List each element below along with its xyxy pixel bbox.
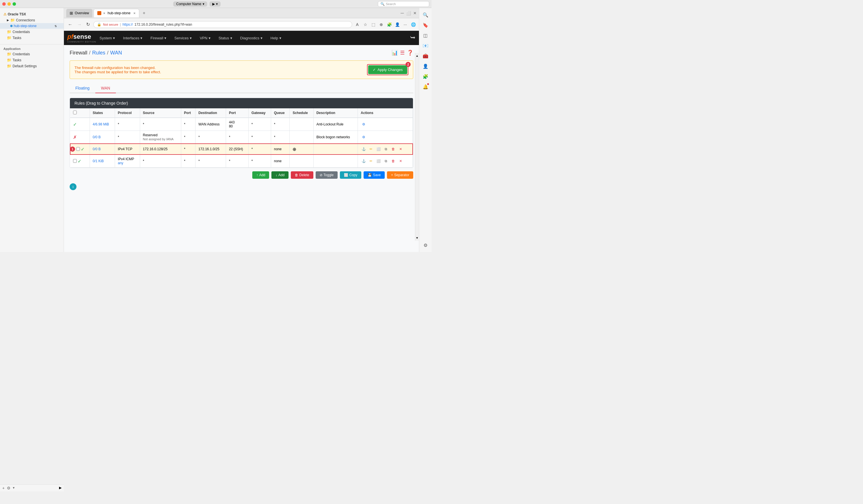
sidebar-item-connections[interactable]: ▶ 📁 Connections	[0, 17, 64, 23]
sidebar-item-tasks[interactable]: 📁 Tasks	[0, 35, 64, 41]
close-button[interactable]	[2, 2, 6, 6]
tab-hub-step-stone[interactable]: ✕ hub-step-stone ✕	[93, 9, 139, 17]
nav-logout[interactable]: ⮩	[410, 35, 415, 41]
row3-checkbox[interactable]	[76, 147, 80, 151]
save-button[interactable]: 💾 Save	[364, 171, 385, 179]
more-options-icon[interactable]: ···	[402, 22, 408, 27]
edge-outlook-icon[interactable]: 📧	[421, 41, 430, 50]
row4-checkbox[interactable]	[73, 159, 77, 163]
computer-name-selector[interactable]: Computer Name ▾	[173, 1, 207, 7]
separator-button[interactable]: + Separator	[387, 171, 413, 179]
new-tab-button[interactable]: +	[140, 10, 148, 16]
row4-delete-icon[interactable]: 🗑	[390, 158, 396, 164]
sidebar-item-hub-step-stone[interactable]: hub-step-stone ⇅	[0, 23, 64, 29]
add-bottom-button[interactable]: ↓ Add	[271, 171, 288, 179]
nav-vpn[interactable]: VPN ▾	[196, 34, 214, 42]
nav-services[interactable]: Services ▾	[171, 34, 195, 42]
row3-close-icon[interactable]: ✕	[398, 146, 403, 152]
edge-person-icon[interactable]: 👤	[421, 62, 430, 71]
global-search[interactable]: 🔍 Search	[378, 1, 429, 7]
split-screen-icon[interactable]: ⬚	[371, 22, 376, 27]
toggle-button[interactable]: ⊘ Toggle	[316, 171, 338, 179]
oracle-tsx-header[interactable]: ⚠ Oracle TSX	[0, 11, 64, 17]
back-button[interactable]: ←	[67, 21, 74, 28]
play-controls[interactable]: ▶ ▾	[210, 1, 221, 7]
row4-copy-icon[interactable]: ⬜	[376, 158, 381, 164]
add-top-button[interactable]: ↑ Add	[252, 171, 269, 179]
sidebar-item-credentials[interactable]: 📁 Credentials	[0, 29, 64, 35]
select-all-checkbox[interactable]	[73, 111, 77, 114]
browser-tab-bar: ⊞ Overview ✕ hub-step-stone ✕ + ─ ⬜ ✕	[64, 8, 419, 18]
nav-firewall[interactable]: Firewall ▾	[147, 34, 170, 42]
bookmark-icon[interactable]: ☆	[362, 22, 368, 27]
favorites-icon[interactable]: ⊕	[378, 22, 384, 27]
tab-overview[interactable]: ⊞ Overview	[66, 9, 92, 17]
minimize-button[interactable]	[8, 2, 11, 6]
edge-notifications-icon[interactable]: 🔔	[421, 82, 430, 91]
sidebar-item-app-credentials[interactable]: 📁 Credentials	[0, 51, 64, 57]
maximize-win-icon[interactable]: ⬜	[406, 11, 411, 15]
hub-tab-close-icon[interactable]: ✕	[103, 12, 105, 15]
toggle-icon: ⊘	[320, 173, 323, 177]
breadcrumb-rules[interactable]: Rules	[92, 50, 105, 56]
nav-diagnostics[interactable]: Diagnostics ▾	[237, 34, 266, 42]
scroll-up-icon[interactable]: ▲	[415, 53, 420, 59]
edge-favorites-icon[interactable]: 🔖	[421, 21, 430, 30]
row1-settings-icon[interactable]: ⚙	[361, 121, 366, 127]
row2-port-dst: *	[226, 131, 249, 144]
list-icon[interactable]: ☰	[400, 50, 405, 56]
minimize-win-icon[interactable]: ─	[401, 11, 404, 16]
row3-states-link[interactable]: 0/0 B	[93, 147, 101, 151]
breadcrumb-actions: 📊 ☰ ❓	[391, 50, 413, 56]
nav-system[interactable]: System ▾	[96, 34, 118, 42]
refresh-button[interactable]: ↻	[85, 21, 91, 28]
row3-clone-icon[interactable]: ⧉	[383, 146, 389, 152]
edge-collections-icon[interactable]: ◫	[421, 31, 430, 40]
row2-states-link[interactable]: 0/0 B	[93, 135, 101, 139]
row4-anchor-icon[interactable]: ⚓	[361, 158, 366, 164]
edge-extensions-icon[interactable]: 🧩	[421, 72, 430, 81]
apply-changes-button[interactable]: ✓ Apply Changes	[368, 65, 407, 74]
row4-any-link[interactable]: any	[118, 161, 123, 165]
font-size-icon[interactable]: A	[354, 22, 360, 27]
copy-button[interactable]: ⬜ Copy	[340, 171, 361, 179]
tab-wan[interactable]: WAN	[95, 83, 116, 93]
nav-help[interactable]: Help ▾	[267, 34, 285, 42]
edge-search-icon[interactable]: 🔍	[421, 10, 430, 20]
breadcrumb-wan[interactable]: WAN	[110, 50, 122, 56]
sidebar-item-default-settings[interactable]: 📁 Default Settings	[0, 63, 64, 69]
nav-interfaces[interactable]: Interfaces ▾	[120, 34, 146, 42]
chart-icon[interactable]: 📊	[391, 50, 398, 56]
hub-step-stone-label: hub-step-stone	[14, 24, 37, 28]
row3-anchor-icon[interactable]: ⚓	[361, 146, 366, 152]
search-placeholder: Search	[386, 2, 396, 6]
edge-settings-icon[interactable]: ⚙	[421, 241, 430, 250]
nav-status[interactable]: Status ▾	[215, 34, 236, 42]
info-icon[interactable]: i	[70, 183, 76, 190]
row4-close-icon[interactable]: ✕	[398, 158, 403, 164]
breadcrumb: Firewall / Rules / WAN 📊 ☰ ❓	[70, 50, 413, 56]
help-circle-icon[interactable]: ❓	[407, 50, 413, 56]
row4-edit-icon[interactable]: ✏	[368, 158, 374, 164]
page-tab-close-icon[interactable]: ✕	[133, 12, 136, 15]
address-bar[interactable]: 🔒 Not secure | https:// 172.16.0.20/fire…	[93, 21, 352, 28]
scroll-down-icon[interactable]: ▼	[415, 235, 420, 241]
row3-delete-icon[interactable]: 🗑	[390, 146, 396, 152]
profile-icon[interactable]: 👤	[395, 22, 400, 27]
row4-states-link[interactable]: 0/1 KiB	[93, 159, 104, 163]
row3-copy-icon[interactable]: ⬜	[376, 146, 381, 152]
row3-edit-icon[interactable]: ✏	[368, 146, 374, 152]
maximize-button[interactable]	[13, 2, 16, 6]
row2-settings-icon[interactable]: ⚙	[361, 134, 366, 140]
scrollbar[interactable]: ▲ ▼	[415, 53, 419, 241]
row2-checkbox-cell: ✗	[70, 131, 90, 144]
tab-floating[interactable]: Floating	[70, 83, 95, 93]
close-win-icon[interactable]: ✕	[413, 11, 417, 15]
edge-apps-icon[interactable]: 🧰	[421, 51, 430, 61]
extensions-icon[interactable]: 🧩	[386, 22, 392, 27]
drag-handle-icon[interactable]: ⊕	[292, 147, 296, 152]
row1-states-link[interactable]: 4/6.98 MiB	[93, 122, 109, 126]
row4-clone-icon[interactable]: ⧉	[383, 158, 389, 164]
delete-button[interactable]: 🗑 Delete	[291, 171, 313, 179]
sidebar-item-app-tasks[interactable]: 📁 Tasks	[0, 57, 64, 63]
